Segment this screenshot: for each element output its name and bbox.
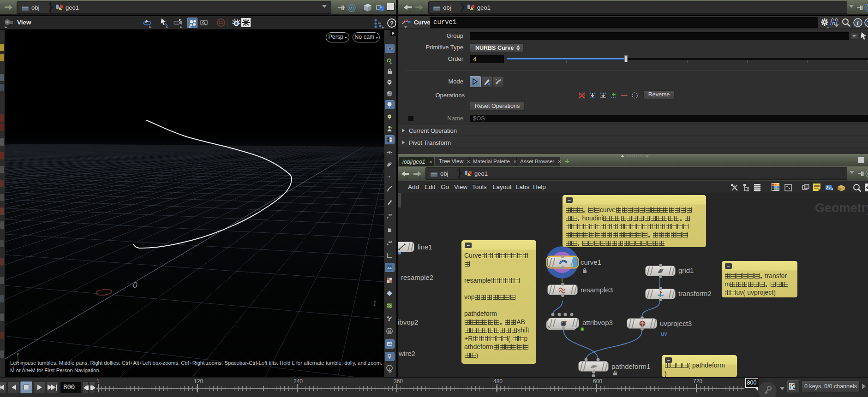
svg-text:y: y	[17, 351, 19, 356]
svg-text:1: 1	[372, 299, 377, 308]
svg-text:12: 12	[388, 213, 392, 217]
svg-text:i: i	[389, 366, 390, 371]
svg-text:?: ?	[390, 20, 394, 27]
svg-text:0: 0	[133, 281, 138, 290]
svg-text:12: 12	[388, 240, 392, 244]
